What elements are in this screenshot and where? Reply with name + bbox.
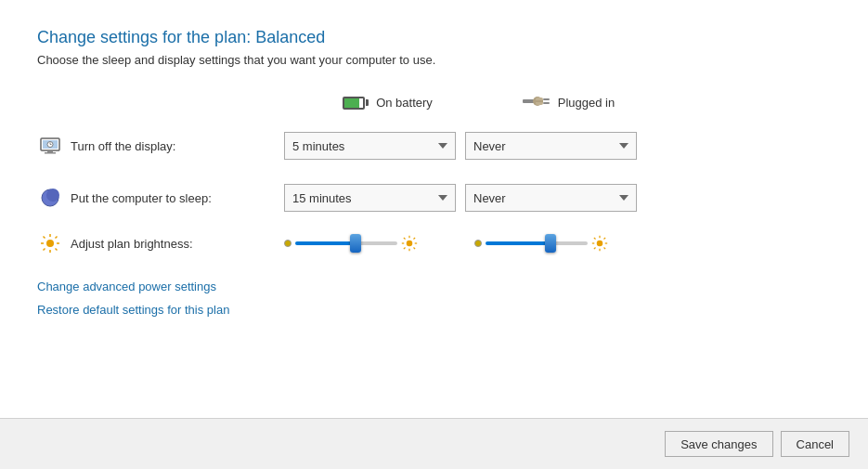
brightness-plugged-min-dot [474,240,482,247]
links-section: Change advanced power settings Restore d… [37,280,831,317]
brightness-plugged-slider[interactable] [486,241,588,245]
svg-point-33 [597,241,603,247]
svg-rect-4 [543,102,550,104]
display-row-controls: 5 minutes Never 1 minute 2 minutes 3 min… [284,132,637,160]
brightness-plugged-max-icon [591,235,608,252]
svg-line-41 [594,248,596,250]
brightness-row: Adjust plan brightness: [37,233,831,254]
svg-rect-12 [45,152,56,154]
sleep-row-controls: 15 minutes Never 1 minute 2 minutes 3 mi… [284,184,637,212]
brightness-plugged-group [474,235,655,252]
save-changes-button[interactable]: Save changes [665,431,772,457]
svg-rect-11 [47,150,53,152]
svg-line-22 [56,237,58,239]
cancel-button[interactable]: Cancel [781,431,849,457]
brightness-row-label: Adjust plan brightness: [71,237,284,251]
columns-header: On battery Plugged in [297,93,831,112]
page-title: Change settings for the plan: Balanced [37,28,831,47]
svg-line-31 [414,238,416,240]
svg-line-40 [604,238,606,240]
brightness-icon [37,233,63,254]
display-row-label: Turn off the display: [71,139,284,153]
svg-line-23 [44,249,45,251]
battery-label: On battery [376,96,433,110]
display-icon [37,137,63,154]
svg-line-38 [594,238,596,240]
brightness-battery-min-dot [284,240,291,247]
display-row: Turn off the display: 5 minutes Never 1 … [37,129,831,163]
display-plugged-select[interactable]: Never 1 minute 2 minutes 3 minutes 5 min… [465,132,637,160]
svg-point-24 [407,241,413,247]
page-subtitle: Choose the sleep and display settings th… [37,53,831,67]
svg-line-39 [604,248,606,250]
footer-bar: Save changes Cancel [0,418,868,469]
brightness-battery-max-icon [401,235,418,252]
svg-point-15 [46,240,54,247]
svg-rect-3 [543,98,550,100]
main-window: Change settings for the plan: Balanced C… [0,0,868,469]
svg-line-20 [44,237,45,239]
svg-line-29 [404,238,406,240]
svg-line-21 [56,249,58,251]
sleep-row: Put the computer to sleep: 15 minutes Ne… [37,181,831,215]
sleep-battery-select[interactable]: 15 minutes Never 1 minute 2 minutes 3 mi… [284,184,456,212]
plugged-label: Plugged in [558,96,615,110]
svg-point-14 [46,189,59,202]
battery-icon [343,96,369,111]
svg-line-32 [404,248,406,250]
plug-icon [523,93,551,112]
brightness-battery-slider[interactable] [295,241,397,245]
sleep-icon [37,188,63,208]
brightness-battery-group [284,235,465,252]
restore-defaults-link[interactable]: Restore default settings for this plan [37,303,831,317]
display-battery-select[interactable]: 5 minutes Never 1 minute 2 minutes 3 min… [284,132,456,160]
battery-column-header: On battery [297,96,478,111]
plugged-column-header: Plugged in [478,93,659,112]
sleep-plugged-select[interactable]: Never 1 minute 2 minutes 3 minutes 5 min… [465,184,637,212]
svg-line-30 [414,248,416,250]
sleep-row-label: Put the computer to sleep: [71,191,284,205]
advanced-settings-link[interactable]: Change advanced power settings [37,280,831,293]
